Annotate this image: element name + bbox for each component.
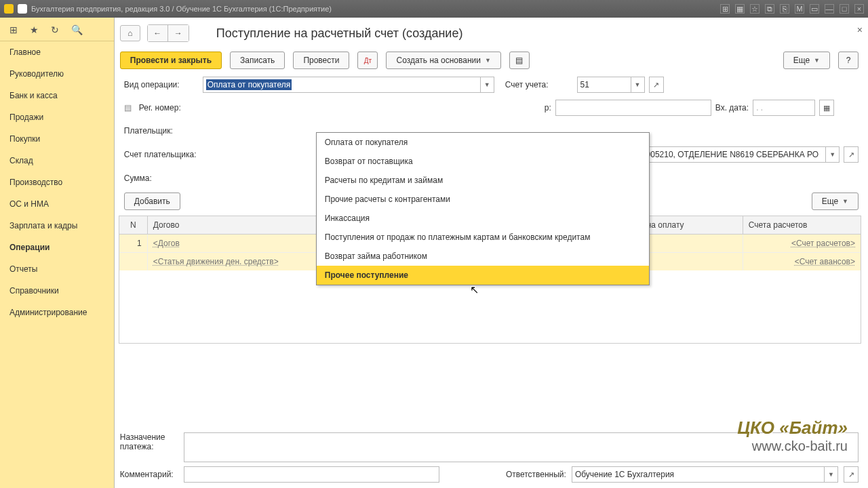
col-n[interactable]: N — [119, 216, 148, 234]
doc-icon: ▤ — [124, 103, 135, 113]
chevron-down-icon[interactable]: ▼ — [825, 147, 839, 162]
sidebar-item-reports[interactable]: Отчеты — [0, 258, 114, 280]
star-icon[interactable]: ★ — [30, 24, 39, 35]
sidebar-item-production[interactable]: Производство — [0, 171, 114, 193]
tool-icon-6[interactable]: M — [795, 4, 804, 14]
maximize-icon[interactable]: □ — [840, 4, 849, 14]
dropdown-item[interactable]: Инкассация — [317, 209, 649, 228]
nav-forward-button[interactable]: → — [168, 25, 189, 41]
tool-icon-3[interactable]: ☆ — [750, 4, 760, 14]
create-based-button[interactable]: Создать на основании▼ — [386, 52, 500, 69]
main-area: ⌂ ← → Поступление на расчетный счет (соз… — [115, 18, 868, 488]
purpose-textarea[interactable] — [184, 432, 859, 462]
comment-input[interactable] — [184, 466, 439, 483]
search-icon[interactable]: 🔍 — [71, 24, 83, 35]
home-button[interactable]: ⌂ — [120, 25, 140, 41]
titlebar: Бухгалтерия предприятия, редакция 3.0 / … — [0, 0, 868, 18]
account-label: Счет учета: — [505, 80, 549, 89]
col-accts[interactable]: Счета расчетов — [743, 216, 861, 234]
op-type-label: Вид операции: — [124, 80, 199, 89]
app-icon — [4, 4, 14, 14]
chevron-down-icon[interactable]: ▼ — [824, 467, 837, 482]
purpose-label: Назначение платежа: — [120, 432, 178, 451]
sidebar-item-operations[interactable]: Операции — [0, 237, 114, 258]
payer-acct-label: Счет плательщика: — [124, 150, 211, 159]
sidebar-item-refs[interactable]: Справочники — [0, 280, 114, 302]
sidebar-item-stock[interactable]: Склад — [0, 150, 114, 171]
window-title: Бухгалтерия предприятия, редакция 3.0 / … — [31, 5, 716, 13]
sum-label: Сумма: — [124, 174, 199, 183]
sidebar-item-admin[interactable]: Администрирование — [0, 302, 114, 323]
account-select[interactable]: 51 ▼ — [577, 77, 645, 93]
history-icon[interactable]: ↻ — [51, 24, 59, 35]
cell-contract[interactable]: <Догов — [153, 239, 180, 248]
close-tab-icon[interactable]: × — [857, 24, 863, 35]
cell-flow[interactable]: <Статья движения ден. средств> — [153, 257, 279, 266]
apps-icon[interactable]: ⊞ — [9, 24, 18, 35]
more-button[interactable]: Еще▼ — [783, 52, 830, 69]
cell-adv[interactable]: <Счет авансов> — [795, 257, 855, 266]
op-type-value: Оплата от покупателя — [206, 79, 292, 90]
close-window-icon[interactable]: × — [854, 4, 864, 14]
op-type-dropdown: Оплата от покупателя Возврат от поставщи… — [316, 132, 650, 285]
sidebar-item-purchases[interactable]: Покупки — [0, 128, 114, 150]
dropdown-item[interactable]: Расчеты по кредитам и займам — [317, 171, 649, 190]
dropdown-item[interactable]: Поступления от продаж по платежным карта… — [317, 228, 649, 247]
mouse-cursor: ↖ — [470, 283, 479, 296]
mail-icon — [18, 4, 27, 14]
nav-back-button[interactable]: ← — [148, 25, 168, 41]
post-and-close-button[interactable]: Провести и закрыть — [120, 52, 222, 69]
cell-n: 1 — [119, 235, 148, 252]
sidebar-item-main[interactable]: Главное — [0, 41, 114, 63]
help-button[interactable]: ? — [838, 52, 859, 69]
tool-icon-4[interactable]: ⧉ — [765, 4, 774, 14]
cell-accts[interactable]: <Счет расчетов> — [791, 239, 855, 248]
dropdown-item[interactable]: Оплата от покупателя — [317, 133, 649, 152]
sidebar: ⊞ ★ ↻ 🔍 Главное Руководителю Банк и касс… — [0, 18, 115, 488]
clipboard-button[interactable]: ▤ — [509, 52, 530, 69]
tool-icon-1[interactable]: ⊞ — [720, 4, 730, 14]
in-num-label: р: — [545, 103, 551, 113]
write-button[interactable]: Записать — [230, 52, 285, 69]
reg-num-label: Рег. номер: — [139, 103, 197, 113]
dropdown-item[interactable]: Возврат от поставщика — [317, 152, 649, 171]
tool-icon-5[interactable]: ⎘ — [780, 4, 789, 14]
resp-open-button[interactable]: ↗ — [844, 466, 859, 483]
dropdown-item[interactable]: Прочие расчеты с контрагентами — [317, 190, 649, 209]
our-acct-open-button[interactable]: ↗ — [844, 146, 859, 163]
add-row-button[interactable]: Добавить — [124, 192, 180, 210]
comment-label: Комментарий: — [120, 470, 178, 479]
in-num-input[interactable] — [555, 100, 711, 116]
tool-icon-7[interactable]: ▭ — [810, 4, 819, 14]
minimize-icon[interactable]: — — [825, 4, 834, 14]
in-date-label: Вх. дата: — [715, 103, 749, 113]
payer-label: Плательщик: — [124, 126, 199, 136]
dropdown-item-highlighted[interactable]: Прочее поступление — [317, 266, 649, 285]
calendar-button[interactable]: ▦ — [819, 100, 834, 116]
account-open-button[interactable]: ↗ — [649, 77, 664, 93]
dt-kt-button[interactable]: Дт — [357, 52, 378, 69]
in-date-input[interactable]: . . — [753, 100, 815, 116]
sidebar-item-hr[interactable]: Зарплата и кадры — [0, 215, 114, 237]
op-type-select[interactable]: Оплата от покупателя ▼ — [203, 77, 494, 93]
resp-label: Ответственный: — [506, 470, 566, 479]
page-title: Поступление на расчетный счет (создание) — [216, 26, 463, 41]
sidebar-item-assets[interactable]: ОС и НМА — [0, 193, 114, 215]
chevron-down-icon[interactable]: ▼ — [631, 77, 644, 92]
sidebar-item-bank[interactable]: Банк и касса — [0, 85, 114, 106]
sidebar-item-sales[interactable]: Продажи — [0, 106, 114, 128]
post-button[interactable]: Провести — [293, 52, 349, 69]
sidebar-item-manager[interactable]: Руководителю — [0, 63, 114, 85]
table-more-button[interactable]: Еще▼ — [812, 192, 859, 210]
chevron-down-icon[interactable]: ▼ — [480, 77, 494, 92]
dropdown-item[interactable]: Возврат займа работником — [317, 247, 649, 266]
tool-icon-2[interactable]: ▦ — [735, 4, 745, 14]
resp-select[interactable]: Обучение 1С Бухгалтерия ▼ — [572, 466, 838, 483]
